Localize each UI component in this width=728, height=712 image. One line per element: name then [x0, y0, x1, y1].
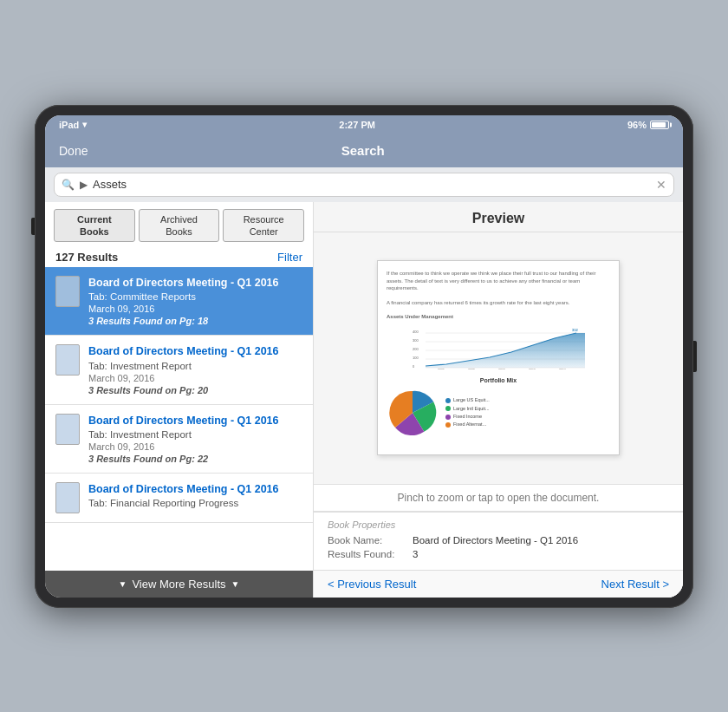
- result-tab: Tab: Financial Reporting Progress: [88, 498, 302, 508]
- result-thumbnail: [55, 344, 80, 376]
- filter-button[interactable]: Filter: [277, 251, 302, 264]
- result-found: 3 Results Found on Pg: 20: [88, 385, 302, 395]
- result-thumbnail: [55, 276, 80, 307]
- doc-header-text: If the committee to think we operate we …: [387, 270, 610, 321]
- result-content: Board of Directors Meeting - Q1 2016 Tab…: [88, 276, 302, 326]
- tab-current-books[interactable]: CurrentBooks: [54, 209, 135, 243]
- result-tab: Tab: Investment Report: [88, 361, 302, 371]
- result-title: Board of Directors Meeting - Q1 2016: [88, 414, 302, 428]
- results-count: 127 Results: [55, 251, 118, 264]
- svg-text:2008: 2008: [468, 369, 475, 369]
- arrow-down-icon-2: ▼: [231, 579, 240, 589]
- legend-dot: [445, 406, 451, 411]
- result-title: Board of Directors Meeting - Q1 2016: [88, 276, 302, 290]
- chart-portfolio-mix: Portfolio Mix: [387, 377, 610, 439]
- right-panel: Preview If the committee to think we ope…: [314, 202, 683, 598]
- wifi-icon: ▾: [82, 120, 87, 129]
- legend-label: Large US Equit...: [453, 396, 490, 404]
- result-content: Board of Directors Meeting - Q1 2016 Tab…: [88, 344, 302, 395]
- chart-area-under-management: 400 300 200 100 0: [387, 326, 610, 370]
- search-icon: 🔍: [62, 179, 75, 191]
- legend-item: Large Intl Equit...: [445, 405, 490, 413]
- nav-title: Search: [341, 143, 385, 158]
- pie-legend: Large US Equit... Large Intl Equit... Fi…: [445, 396, 490, 428]
- search-clear-button[interactable]: ✕: [656, 178, 666, 192]
- result-found: 3 Results Found on Pg: 18: [88, 316, 302, 326]
- volume-button: [31, 218, 35, 235]
- legend-label: Fixed Income: [453, 413, 482, 421]
- book-properties: Book Properties Book Name: Board of Dire…: [314, 512, 683, 570]
- results-found-row: Results Found: 3: [328, 549, 669, 559]
- arrow-down-icon: ▼: [119, 579, 127, 589]
- battery-icon: [650, 121, 669, 129]
- legend-label: Fixed Alternat...: [453, 421, 486, 428]
- result-item[interactable]: Board of Directors Meeting - Q1 2016 Tab…: [45, 474, 313, 523]
- svg-text:100: 100: [413, 356, 419, 360]
- result-content: Board of Directors Meeting - Q1 2016 Tab…: [88, 482, 302, 508]
- svg-text:2014: 2014: [559, 369, 566, 369]
- pie-section: Large US Equit... Large Intl Equit... Fi…: [387, 387, 610, 439]
- svg-text:0: 0: [413, 364, 415, 369]
- view-more-button[interactable]: ▼ View More Results ▼: [45, 571, 313, 598]
- chart-title: Portfolio Mix: [387, 377, 610, 383]
- svg-text:2010: 2010: [498, 369, 505, 369]
- tab-archived-books[interactable]: ArchivedBooks: [139, 209, 220, 243]
- svg-text:2012: 2012: [529, 369, 536, 369]
- svg-text:200: 200: [413, 347, 419, 351]
- next-result-button[interactable]: Next Result >: [601, 578, 669, 591]
- battery-fill: [652, 122, 666, 127]
- result-item[interactable]: Board of Directors Meeting - Q1 2016 Tab…: [45, 267, 313, 336]
- result-tab: Tab: Investment Report: [88, 429, 302, 440]
- results-found-value: 3: [413, 549, 418, 559]
- result-title: Board of Directors Meeting - Q1 2016: [88, 344, 302, 358]
- search-input[interactable]: Assets: [93, 178, 651, 191]
- tablet-device: iPad ▾ 2:27 PM 96% Done Search 🔍 ▶ Asset…: [35, 105, 693, 608]
- legend-item: Fixed Alternat...: [445, 421, 490, 428]
- legend-item: Fixed Income: [445, 413, 490, 421]
- results-list: Board of Directors Meeting - Q1 2016 Tab…: [45, 267, 313, 570]
- previous-result-button[interactable]: < Previous Result: [328, 578, 416, 591]
- view-more-label: View More Results: [132, 578, 225, 591]
- result-tab: Tab: Committee Reports: [88, 291, 302, 302]
- pie-chart: [387, 387, 439, 439]
- status-bar: iPad ▾ 2:27 PM 96%: [45, 115, 683, 134]
- status-left: iPad ▾: [59, 120, 87, 130]
- result-date: March 09, 2016: [88, 373, 302, 383]
- tab-buttons: CurrentBooks ArchivedBooks ResourceCente…: [45, 202, 313, 246]
- search-input-wrap[interactable]: 🔍 ▶ Assets ✕: [54, 173, 674, 197]
- navigation-bar: Done Search: [45, 134, 683, 167]
- legend-item: Large US Equit...: [445, 396, 490, 404]
- pinch-hint: Pinch to zoom or tap to open the documen…: [314, 484, 683, 512]
- status-time: 2:27 PM: [339, 120, 375, 130]
- result-item[interactable]: Board of Directors Meeting - Q1 2016 Tab…: [45, 405, 313, 474]
- svg-text:400: 400: [413, 330, 419, 334]
- tab-resource-center[interactable]: ResourceCenter: [223, 209, 304, 243]
- book-name-row: Book Name: Board of Directors Meeting - …: [328, 535, 669, 545]
- result-title: Board of Directors Meeting - Q1 2016: [88, 482, 302, 496]
- svg-text:312: 312: [572, 328, 578, 332]
- svg-text:300: 300: [413, 338, 419, 343]
- result-thumbnail: [55, 482, 80, 513]
- search-bar: 🔍 ▶ Assets ✕: [45, 167, 683, 202]
- preview-area[interactable]: If the committee to think we operate we …: [314, 232, 683, 484]
- power-button: [693, 341, 697, 372]
- main-content: CurrentBooks ArchivedBooks ResourceCente…: [45, 202, 683, 598]
- status-right: 96%: [627, 120, 669, 130]
- done-button[interactable]: Done: [59, 144, 88, 158]
- legend-dot: [445, 422, 451, 428]
- preview-title: Preview: [314, 202, 683, 232]
- legend-dot: [445, 415, 451, 420]
- legend-label: Large Intl Equit...: [453, 405, 490, 413]
- result-content: Board of Directors Meeting - Q1 2016 Tab…: [88, 414, 302, 464]
- search-breadcrumb-arrow: ▶: [80, 179, 88, 191]
- result-found: 3 Results Found on Pg: 22: [88, 454, 302, 464]
- book-name-label: Book Name:: [328, 535, 406, 545]
- battery-percent: 96%: [627, 120, 647, 130]
- legend-dot: [445, 398, 451, 403]
- carrier-label: iPad: [59, 120, 79, 130]
- result-date: March 09, 2016: [88, 304, 302, 314]
- tablet-screen: iPad ▾ 2:27 PM 96% Done Search 🔍 ▶ Asset…: [45, 115, 683, 598]
- svg-text:2006: 2006: [438, 369, 445, 369]
- result-date: March 09, 2016: [88, 441, 302, 452]
- result-item[interactable]: Board of Directors Meeting - Q1 2016 Tab…: [45, 336, 313, 404]
